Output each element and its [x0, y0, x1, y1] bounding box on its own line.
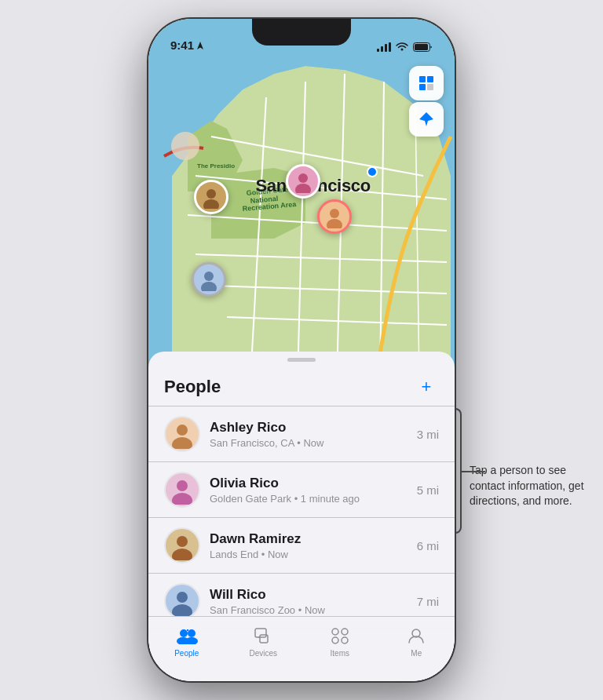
- person-location-ashley: San Francisco, CA • Now: [210, 437, 417, 449]
- add-person-button[interactable]: +: [414, 374, 439, 399]
- svg-rect-38: [427, 76, 433, 82]
- person-location-text-will: San Francisco Zoo: [210, 604, 295, 616]
- svg-point-51: [177, 592, 188, 603]
- phone-screen: 9:41: [148, 19, 455, 681]
- map-layers-icon: [417, 74, 436, 93]
- tab-items-label: Items: [331, 649, 349, 658]
- status-icons: [377, 42, 433, 52]
- person-time-dawn: Now: [268, 549, 288, 560]
- me-tab-icon: [407, 626, 426, 645]
- person-time-olivia: 1 minute ago: [301, 493, 360, 505]
- tab-people[interactable]: People: [148, 625, 225, 658]
- person-time-will: Now: [305, 604, 325, 616]
- person-location-olivia: Golden Gate Park • 1 minute ago: [210, 493, 417, 505]
- person-location-text-ashley: San Francisco, CA: [210, 437, 294, 449]
- person-name-ashley: Ashley Rico: [210, 420, 417, 436]
- tab-me-icon: [405, 625, 427, 647]
- svg-point-24: [367, 167, 377, 177]
- person-location-dot-dawn: •: [261, 549, 268, 560]
- time-label: 9:41: [170, 38, 194, 52]
- devices-tab-icon: [252, 627, 274, 644]
- map-pin-person4[interactable]: [192, 262, 226, 297]
- svg-point-48: [177, 536, 188, 547]
- map-view-toggle-button[interactable]: [409, 66, 444, 100]
- svg-point-61: [342, 629, 348, 635]
- location-arrow-icon: [196, 41, 204, 50]
- tab-me[interactable]: Me: [378, 625, 455, 658]
- signal-bar-3: [385, 44, 387, 52]
- person-location-dot-olivia: •: [294, 493, 301, 505]
- person-time-ashley: Now: [303, 437, 323, 449]
- tab-devices-label: Devices: [249, 649, 277, 658]
- svg-point-42: [177, 425, 188, 436]
- svg-point-54: [188, 629, 196, 637]
- person-name-olivia: Olivia Rico: [210, 476, 417, 491]
- person-distance-ashley: 3 mi: [417, 428, 439, 441]
- svg-point-29: [298, 173, 308, 183]
- people-title: People: [164, 377, 221, 397]
- signal-bars-icon: [377, 42, 391, 52]
- map-area[interactable]: Golden Gate National Recreation Area The…: [148, 19, 455, 380]
- svg-point-32: [330, 209, 339, 218]
- map-pin-person3[interactable]: [317, 199, 352, 234]
- location-button[interactable]: [409, 102, 444, 137]
- svg-point-35: [204, 272, 214, 281]
- tab-devices[interactable]: Devices: [225, 625, 302, 658]
- person-info-ashley: Ashley Rico San Francisco, CA • Now: [210, 420, 417, 449]
- person-name-will: Will Rico: [210, 587, 417, 603]
- phone-wrapper: 9:41: [148, 19, 455, 681]
- map-pin-person1[interactable]: [194, 180, 228, 214]
- svg-point-26: [206, 189, 216, 199]
- battery-icon: [413, 42, 433, 52]
- person-location-dawn: Lands End • Now: [210, 549, 417, 560]
- svg-point-53: [180, 629, 188, 637]
- svg-rect-1: [415, 44, 428, 50]
- map-avatar-1: [194, 180, 228, 214]
- person-distance-will: 7 mi: [417, 595, 439, 608]
- person-distance-olivia: 5 mi: [417, 483, 439, 497]
- tab-people-label: People: [174, 649, 199, 658]
- svg-point-19: [171, 132, 199, 160]
- svg-text:The Presidio: The Presidio: [197, 162, 235, 170]
- person-location-dot-will: •: [298, 604, 305, 616]
- person-info-will: Will Rico San Francisco Zoo • Now: [210, 587, 417, 616]
- map-pin-person2[interactable]: [286, 164, 320, 199]
- map-avatar-4: [192, 262, 226, 297]
- svg-point-63: [342, 637, 348, 643]
- tab-bar: People Devices: [148, 616, 455, 681]
- person-distance-dawn: 6 mi: [417, 539, 439, 552]
- tab-items-icon: [329, 625, 351, 647]
- person-location-text-dawn: Lands End: [210, 549, 258, 560]
- people-tab-icon: [176, 627, 198, 644]
- signal-bar-1: [377, 49, 379, 52]
- signal-bar-4: [389, 42, 391, 52]
- tab-devices-icon: [252, 625, 274, 647]
- person-info-olivia: Olivia Rico Golden Gate Park • 1 minute …: [210, 476, 417, 505]
- person-item-dawn[interactable]: Dawn Ramirez Lands End • Now 6 mi: [148, 518, 455, 574]
- person-location-text-olivia: Golden Gate Park: [210, 493, 291, 505]
- status-time: 9:41: [170, 38, 204, 52]
- annotation-text: Tap a person to see contact information,…: [462, 463, 603, 509]
- person-item-olivia[interactable]: Olivia Rico Golden Gate Park • 1 minute …: [148, 462, 455, 518]
- items-tab-icon: [329, 627, 351, 644]
- tab-items[interactable]: Items: [302, 625, 378, 658]
- svg-point-45: [177, 480, 188, 491]
- person-item-ashley[interactable]: Ashley Rico San Francisco, CA • Now 3 mi: [148, 406, 455, 462]
- person-info-dawn: Dawn Ramirez Lands End • Now: [210, 531, 417, 560]
- person-avatar-will: [164, 583, 200, 619]
- svg-point-62: [332, 637, 338, 643]
- map-avatar-2: [286, 164, 320, 199]
- person-avatar-olivia: [164, 472, 200, 508]
- person-name-dawn: Dawn Ramirez: [210, 531, 417, 547]
- map-background: Golden Gate National Recreation Area The…: [148, 19, 455, 380]
- phone-frame: 9:41: [148, 19, 455, 681]
- tab-people-icon: [176, 625, 198, 647]
- annotation: Tap a person to see contact information,…: [462, 455, 603, 509]
- svg-point-60: [332, 629, 338, 635]
- location-arrow-map-icon: [418, 111, 435, 128]
- wifi-icon: [396, 42, 408, 52]
- annotation-line: [462, 471, 485, 472]
- map-avatar-3: [317, 199, 352, 234]
- signal-bar-2: [381, 46, 383, 52]
- people-list: Ashley Rico San Francisco, CA • Now 3 mi: [148, 406, 455, 629]
